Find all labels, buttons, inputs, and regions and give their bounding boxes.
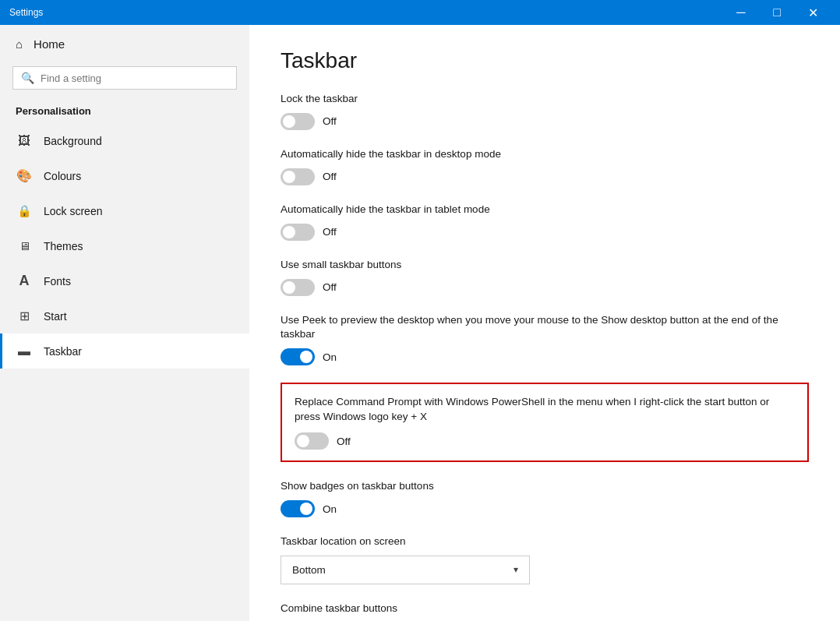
toggle-row-peek-preview: On (281, 348, 809, 365)
setting-show-badges: Show badges on taskbar buttons On (281, 479, 809, 517)
sidebar-item-label: Lock screen (44, 205, 102, 217)
maximize-button[interactable]: □ (759, 0, 795, 25)
setting-peek-preview: Use Peek to preview the desktop when you… (281, 313, 809, 366)
sidebar-item-label: Themes (44, 240, 83, 252)
toggle-replace-cmd[interactable] (295, 432, 329, 450)
setting-label-peek-preview: Use Peek to preview the desktop when you… (281, 313, 809, 343)
page-title: Taskbar (281, 48, 809, 73)
taskbar-location-dropdown[interactable]: Bottom ▾ (281, 556, 530, 584)
toggle-state-small-buttons: Off (323, 281, 337, 293)
setting-label-replace-cmd: Replace Command Prompt with Windows Powe… (295, 395, 795, 425)
taskbar-icon (16, 343, 33, 359)
sidebar-item-fonts[interactable]: Fonts (0, 263, 249, 298)
app-body: Home 🔍 Personalisation Background Colour… (0, 25, 840, 621)
title-bar: Settings ─ □ ✕ (0, 0, 840, 25)
setting-label-lock-taskbar: Lock the taskbar (281, 92, 809, 107)
sidebar-item-start[interactable]: Start (0, 298, 249, 333)
minimize-button[interactable]: ─ (723, 0, 759, 25)
start-icon (16, 308, 33, 324)
toggle-row-show-badges: On (281, 500, 809, 517)
themes-icon (16, 238, 33, 254)
toggle-peek-preview[interactable] (281, 348, 315, 365)
sidebar-item-taskbar[interactable]: Taskbar (0, 333, 249, 369)
sidebar-item-label: Background (44, 135, 102, 147)
setting-auto-hide-tablet: Automatically hide the taskbar in tablet… (281, 203, 809, 241)
search-icon: 🔍 (21, 72, 34, 84)
toggle-auto-hide-desktop[interactable] (281, 168, 315, 185)
toggle-state-show-badges: On (323, 503, 337, 515)
sidebar: Home 🔍 Personalisation Background Colour… (0, 25, 249, 621)
app-title: Settings (9, 7, 43, 18)
setting-label-small-buttons: Use small taskbar buttons (281, 258, 809, 273)
setting-small-buttons: Use small taskbar buttons Off (281, 258, 809, 296)
background-icon (16, 132, 33, 149)
setting-label-combine-buttons: Combine taskbar buttons (281, 602, 809, 616)
toggle-state-auto-hide-tablet: Off (323, 226, 337, 238)
sidebar-item-label: Fonts (44, 275, 71, 288)
toggle-row-small-buttons: Off (281, 279, 809, 296)
sidebar-item-label: Colours (44, 170, 81, 182)
setting-auto-hide-desktop: Automatically hide the taskbar in deskto… (281, 147, 809, 185)
search-box[interactable]: 🔍 (12, 66, 237, 90)
home-icon (16, 37, 23, 51)
sidebar-item-label: Taskbar (44, 345, 82, 358)
toggle-state-auto-hide-desktop: Off (323, 171, 337, 182)
toggle-state-peek-preview: On (323, 351, 337, 363)
window-controls: ─ □ ✕ (723, 0, 831, 25)
sidebar-section-label: Personalisation (0, 99, 249, 123)
fonts-icon (16, 273, 33, 289)
lock-icon (16, 203, 33, 219)
setting-taskbar-location: Taskbar location on screen Bottom ▾ (281, 535, 809, 584)
content-area: Taskbar Lock the taskbar Off Automatical… (249, 25, 840, 621)
toggle-row-auto-hide-desktop: Off (281, 168, 809, 185)
sidebar-item-themes[interactable]: Themes (0, 228, 249, 263)
highlighted-setting-replace-cmd: Replace Command Prompt with Windows Powe… (281, 383, 809, 462)
setting-label-show-badges: Show badges on taskbar buttons (281, 479, 809, 494)
toggle-show-badges[interactable] (281, 500, 315, 517)
sidebar-item-colours[interactable]: Colours (0, 158, 249, 193)
toggle-state-lock-taskbar: Off (323, 115, 337, 127)
close-button[interactable]: ✕ (795, 0, 831, 25)
setting-lock-taskbar: Lock the taskbar Off (281, 92, 809, 130)
toggle-lock-taskbar[interactable] (281, 113, 315, 130)
setting-combine-buttons: Combine taskbar buttons Always hide labe… (281, 602, 809, 621)
toggle-small-buttons[interactable] (281, 279, 315, 296)
colours-icon (16, 168, 33, 184)
toggle-state-replace-cmd: Off (337, 436, 351, 447)
setting-label-auto-hide-desktop: Automatically hide the taskbar in deskto… (281, 147, 809, 162)
sidebar-home-button[interactable]: Home (0, 25, 249, 63)
sidebar-item-background[interactable]: Background (0, 123, 249, 158)
search-input[interactable] (41, 72, 228, 84)
toggle-row-lock-taskbar: Off (281, 113, 809, 130)
taskbar-location-value: Bottom (292, 564, 326, 576)
setting-label-taskbar-location: Taskbar location on screen (281, 535, 809, 549)
toggle-row-auto-hide-tablet: Off (281, 224, 809, 241)
sidebar-home-label: Home (34, 37, 65, 51)
chevron-down-icon: ▾ (514, 564, 518, 575)
setting-label-auto-hide-tablet: Automatically hide the taskbar in tablet… (281, 203, 809, 217)
sidebar-item-label: Start (44, 310, 67, 323)
sidebar-item-lock-screen[interactable]: Lock screen (0, 193, 249, 228)
toggle-auto-hide-tablet[interactable] (281, 224, 315, 241)
toggle-row-replace-cmd: Off (295, 432, 795, 450)
